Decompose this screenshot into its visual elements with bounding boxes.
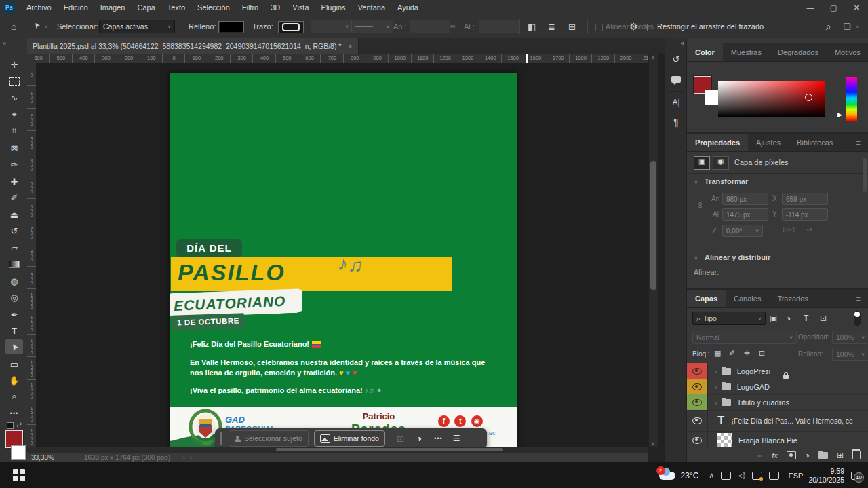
gradient-tool[interactable] xyxy=(5,257,23,271)
chevron-down-icon[interactable]: ˅ xyxy=(45,24,48,30)
tab-canales[interactable]: Canales xyxy=(726,290,769,307)
tab-degradados[interactable]: Degradados xyxy=(770,43,827,61)
home-icon[interactable]: ⌂ xyxy=(11,21,16,32)
adjustment-layer-icon[interactable]: ◑ xyxy=(805,451,810,460)
clock[interactable]: 9:59 20/10/2025 xyxy=(808,467,844,485)
horizontal-scroll-thumb[interactable] xyxy=(276,448,503,451)
filter-shape-icon[interactable]: ⊡ xyxy=(820,314,827,323)
swap-colors-icon[interactable]: ⇄ xyxy=(16,421,22,428)
frame-tool[interactable]: ⊠ xyxy=(5,140,23,155)
properties-sliders-icon[interactable]: ☰ xyxy=(453,434,460,443)
canvas-document[interactable]: DÍA DEL PASILLO ♪♫ ECUATORIANO 1 DE OCTU… xyxy=(170,73,517,447)
layer-visibility[interactable] xyxy=(687,410,708,431)
temperature[interactable]: 23°C xyxy=(681,471,699,481)
layer-row[interactable]: T ¡Feliz Día del Pas... Valle Hermoso, c… xyxy=(687,410,868,432)
history-brush-tool[interactable]: ↺ xyxy=(5,223,23,238)
collapse-section-icon[interactable]: ∨ xyxy=(694,255,698,261)
new-layer-icon[interactable]: ⊞ xyxy=(837,451,844,460)
horizontal-scrollbar[interactable] xyxy=(27,447,648,452)
menu-item[interactable]: Selección xyxy=(191,0,236,15)
menu-item[interactable]: Texto xyxy=(161,0,191,15)
status-prev-icon[interactable]: ‹ xyxy=(191,454,193,462)
collapse-section-icon[interactable]: ∨ xyxy=(694,179,698,185)
restore-button[interactable]: ▢ xyxy=(822,0,845,15)
expand-toolbar-icon[interactable]: » xyxy=(3,39,7,47)
hue-slider[interactable] xyxy=(846,77,857,121)
edit-toolbar-icon[interactable]: ••• xyxy=(5,406,23,421)
menu-item[interactable]: Capa xyxy=(131,0,161,15)
language-indicator[interactable]: ESP xyxy=(788,472,803,480)
panel-scroll-thumb[interactable] xyxy=(863,158,867,192)
menu-item[interactable]: Archivo xyxy=(20,0,58,15)
tray-expand-icon[interactable]: ∧ xyxy=(709,471,714,480)
vertical-scroll-thumb[interactable] xyxy=(650,161,656,290)
rectangle-tool[interactable]: ▭ xyxy=(5,356,23,371)
path-arrange-icon[interactable]: ⊞ xyxy=(568,22,576,32)
history-panel-icon[interactable]: ↺ xyxy=(665,54,687,64)
scroll-down-icon[interactable]: ∨ xyxy=(651,440,655,447)
link-layers-icon[interactable]: ∞ xyxy=(757,451,763,459)
minimize-button[interactable]: — xyxy=(799,0,822,15)
color-field[interactable] xyxy=(718,81,825,117)
clone-stamp-tool[interactable]: ⏏ xyxy=(5,207,23,222)
layer-name[interactable]: Titulo y cuadros xyxy=(737,398,789,407)
eyedropper-tool[interactable]: ✑ xyxy=(5,157,23,172)
brush-tool[interactable]: ✐ xyxy=(5,190,23,205)
menu-item[interactable]: Imagen xyxy=(94,0,132,15)
background-color-swatch[interactable] xyxy=(11,445,26,460)
path-align-icon[interactable]: ≣ xyxy=(548,22,555,32)
default-colors-icon[interactable] xyxy=(7,422,14,429)
marquee-tool[interactable] xyxy=(5,74,23,89)
lock-pixels-icon[interactable]: ✐ xyxy=(729,349,735,358)
select-mode-dropdown[interactable]: Capas activas˅ xyxy=(99,20,175,33)
pixel-layer-icon[interactable]: ▣ xyxy=(694,156,710,170)
drag-handle[interactable] xyxy=(220,432,222,445)
menu-item[interactable]: 3D xyxy=(264,0,286,15)
layer-row[interactable]: › LogoGAD xyxy=(687,379,868,395)
layer-name[interactable]: ¡Feliz Día del Pas... Valle Hermoso, ce xyxy=(731,417,853,425)
fill-swatch[interactable] xyxy=(218,21,244,33)
layer-row[interactable]: › Titulo y cuadros xyxy=(687,394,868,411)
layer-visibility-yellow[interactable] xyxy=(687,379,708,394)
lock-transparency-icon[interactable]: ▦ xyxy=(714,349,721,358)
dodge-tool[interactable]: ◎ xyxy=(5,290,23,305)
zoom-tool[interactable]: ⌕ xyxy=(5,389,23,404)
close-tab-icon[interactable]: × xyxy=(348,42,352,50)
menu-item[interactable]: Edición xyxy=(58,0,94,15)
menu-item[interactable]: Ayuda xyxy=(391,0,425,15)
horizontal-ruler[interactable]: 6005004003002001000100200300400500600700… xyxy=(27,54,648,64)
layer-row[interactable]: › LogoPresi xyxy=(687,363,868,379)
obs-tray-icon[interactable] xyxy=(721,472,731,480)
layer-name[interactable]: LogoPresi xyxy=(737,367,771,375)
filter-image-icon[interactable]: ▣ xyxy=(770,314,777,323)
menu-item[interactable]: Vista xyxy=(286,0,315,15)
lasso-tool[interactable]: ∿ xyxy=(5,90,23,105)
layer-effects-icon[interactable]: fx xyxy=(772,451,778,459)
blur-tool[interactable]: ◍ xyxy=(5,274,23,288)
path-selection-tool[interactable]: ➤ xyxy=(5,339,23,354)
tab-ajustes[interactable]: Ajustes xyxy=(748,134,789,151)
lock-position-icon[interactable]: ✛ xyxy=(744,349,750,358)
search-icon[interactable]: ⌕ xyxy=(826,21,831,33)
workspace-switcher-icon[interactable]: ❏ xyxy=(844,22,851,31)
document-tab[interactable]: Plantilla 2025.psd al 33,3% (504664122_5… xyxy=(27,38,359,54)
menu-item[interactable]: Ventana xyxy=(352,0,391,15)
gear-icon[interactable]: ⚙ xyxy=(629,21,638,32)
layer-filter-dropdown[interactable]: ⌕ Tipo˅ xyxy=(692,312,766,325)
mask-properties-icon[interactable]: ◉ xyxy=(713,156,729,170)
network-display-icon[interactable] xyxy=(769,472,779,480)
healing-brush-tool[interactable]: ✚ xyxy=(5,174,23,189)
filter-toggle[interactable] xyxy=(854,311,861,326)
move-tool[interactable]: ✛ xyxy=(5,57,23,72)
tab-color[interactable]: Color xyxy=(687,43,723,61)
weather-icon[interactable]: 2 xyxy=(659,472,675,480)
filter-adjustment-icon[interactable]: ◑ xyxy=(786,314,791,323)
filter-type-icon[interactable]: T xyxy=(804,314,808,323)
move-tool-preset-icon[interactable]: ➤ xyxy=(32,20,43,31)
stroke-swatch[interactable] xyxy=(278,21,304,33)
menu-item[interactable]: Plugins xyxy=(315,0,352,15)
canvas-area[interactable]: DÍA DEL PASILLO ♪♫ ECUATORIANO 1 DE OCTU… xyxy=(36,63,648,447)
remove-background-button[interactable]: Eliminar fondo xyxy=(314,430,385,447)
adjustments-icon[interactable]: ◑ xyxy=(416,433,422,444)
add-mask-icon[interactable] xyxy=(787,451,796,459)
